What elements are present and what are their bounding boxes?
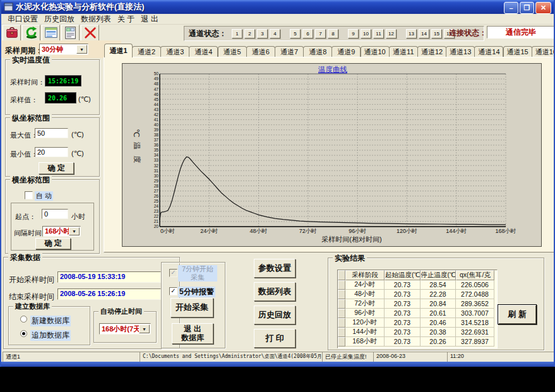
5min-alarm-checkbox[interactable]: ✓: [169, 287, 177, 295]
tab-通道6[interactable]: 通道6: [246, 46, 275, 57]
close-button[interactable]: ✕: [535, 2, 551, 14]
channel-button-14[interactable]: 14: [419, 29, 429, 39]
window-title: 水泥水化热实验与分析软件(直接法): [16, 1, 145, 13]
menu-item[interactable]: 串口设置: [8, 14, 38, 25]
7min-label-line2: 采集: [178, 273, 217, 282]
start-input[interactable]: [42, 209, 68, 219]
start-unit-label: 小时: [71, 212, 85, 222]
channel-button-9[interactable]: 9: [348, 29, 359, 39]
minimize-button[interactable]: –: [504, 2, 518, 14]
status-section: C:\Documents and Settings\Administrator\…: [140, 352, 326, 362]
tab-通道7[interactable]: 通道7: [275, 46, 304, 57]
chevron-down-icon[interactable]: ▼: [69, 227, 80, 235]
interval-dropdown[interactable]: 168小时 ▼: [42, 226, 81, 237]
tab-通道12[interactable]: 通道12: [417, 46, 446, 57]
tab-通道11[interactable]: 通道11: [389, 46, 418, 57]
channel-button-7[interactable]: 7: [315, 29, 326, 39]
tab-通道3[interactable]: 通道3: [160, 46, 189, 57]
append-db-label[interactable]: 追加数据库: [30, 330, 71, 341]
channel-button-3[interactable]: 3: [257, 29, 268, 39]
exit-database-button[interactable]: 退 出 数据库: [172, 323, 213, 344]
tab-通道16[interactable]: 通道16: [532, 46, 555, 57]
table-cell: 20.84: [421, 299, 456, 309]
max-value-input[interactable]: [35, 128, 68, 138]
menu-item[interactable]: 历史回放: [44, 14, 75, 25]
x-range-ok-button[interactable]: 确 定: [35, 238, 71, 249]
table-cell: 20.61: [421, 309, 456, 318]
autostop-dropdown[interactable]: 168小时(7天) ▼: [99, 323, 151, 335]
report-button[interactable]: [61, 25, 80, 41]
temperature-chart: 2021222324252627282930313233343536373839…: [122, 63, 542, 247]
start-collect-button[interactable]: 开始采集: [170, 298, 213, 318]
tab-通道14[interactable]: 通道14: [474, 46, 503, 57]
restore-button[interactable]: ❐: [520, 2, 534, 14]
channel-button-2[interactable]: 2: [244, 29, 255, 39]
new-db-radio[interactable]: [20, 316, 27, 323]
channel-button-4[interactable]: 4: [270, 29, 280, 39]
svg-text:25: 25: [154, 199, 159, 203]
5min-alarm-label[interactable]: 5分钟报警: [178, 287, 215, 297]
tab-通道1[interactable]: 通道1: [104, 44, 133, 57]
tab-通道8[interactable]: 通道8: [303, 46, 332, 57]
min-value-input[interactable]: [35, 147, 68, 157]
svg-text:温度曲线: 温度曲线: [318, 66, 348, 73]
exit-button[interactable]: [81, 25, 99, 41]
tab-通道13[interactable]: 通道13: [446, 46, 475, 57]
tab-通道2[interactable]: 通道2: [132, 46, 161, 57]
history-button[interactable]: 历史回放: [254, 306, 295, 324]
svg-text:34: 34: [154, 153, 159, 157]
7min-start-checkbox[interactable]: ✓: [169, 269, 177, 277]
auto-checkbox[interactable]: [25, 191, 33, 199]
channel-button-1[interactable]: 1: [232, 29, 242, 39]
channel-button-8[interactable]: 8: [328, 29, 338, 39]
group-title: 纵坐标范围: [10, 113, 52, 124]
table-cell: 272.0488: [456, 290, 494, 299]
sample-time-label: 采样时间：: [10, 78, 45, 87]
new-db-label[interactable]: 新建数据库: [30, 316, 71, 326]
menu-item[interactable]: 关 于: [117, 14, 134, 25]
acquisition-panel: ✓ 7分钟开始 采集 ✓ 5分钟报警 开始采集 退 出 数据库: [161, 262, 225, 348]
auto-checkbox-label[interactable]: 自 动: [35, 191, 53, 201]
tab-通道4[interactable]: 通道4: [189, 46, 218, 57]
append-db-radio[interactable]: [20, 330, 27, 337]
svg-text:30: 30: [154, 174, 159, 178]
start-time-label: 开始采样时间：: [9, 275, 62, 285]
group-title: 横坐标范围: [10, 175, 52, 186]
menu-item[interactable]: 数据列表: [81, 14, 111, 25]
channel-button-10[interactable]: 10: [361, 29, 371, 39]
table-cell: 48小时: [345, 290, 385, 299]
y-range-ok-button[interactable]: 确 定: [39, 162, 74, 174]
tab-通道10[interactable]: 通道10: [361, 46, 390, 57]
params-button[interactable]: 参数设置: [254, 259, 295, 278]
y-range-group: 纵坐标范围 最大值： (℃) 最小值： (℃) 确 定: [5, 117, 100, 177]
refresh-button[interactable]: 刷 新: [498, 304, 537, 324]
sample-time-display: 15:26:19: [45, 75, 81, 86]
print-button[interactable]: 打 印: [254, 329, 295, 348]
table-cell: 314.5218: [456, 318, 494, 328]
channel-button-13[interactable]: 13: [406, 29, 417, 39]
data-list-button[interactable]: [42, 25, 60, 41]
channel-button-5[interactable]: 5: [290, 29, 301, 39]
svg-text:49: 49: [154, 76, 159, 81]
status-bar: 通道1C:\Documents and Settings\Administrat…: [1, 351, 554, 362]
tab-通道9[interactable]: 通道9: [331, 46, 361, 57]
tab-通道5[interactable]: 通道5: [218, 46, 247, 57]
sample-value-display: 20.26: [45, 92, 76, 104]
toolbox-button[interactable]: [3, 25, 21, 41]
svg-text:36: 36: [154, 143, 159, 147]
sampling-period-dropdown[interactable]: 30分钟 ▼: [39, 44, 88, 55]
row-gutter: [338, 270, 345, 280]
tab-通道15[interactable]: 通道15: [503, 46, 532, 57]
history-playback-button[interactable]: [22, 25, 40, 41]
menu-item[interactable]: 退 出: [141, 14, 158, 25]
chevron-down-icon[interactable]: ▼: [76, 45, 87, 54]
channel-button-12[interactable]: 12: [386, 29, 397, 39]
channel-button-15[interactable]: 15: [431, 29, 442, 39]
chevron-down-icon[interactable]: ▼: [139, 324, 150, 333]
window-bottom-border: [1, 362, 554, 367]
channel-button-11[interactable]: 11: [373, 29, 384, 39]
menu-bar: 串口设置历史回放数据列表关 于退 出: [1, 14, 554, 25]
channel-button-6[interactable]: 6: [302, 29, 313, 39]
datalist-button[interactable]: 数据列表: [254, 282, 295, 301]
7min-start-label[interactable]: 7分钟开始 采集: [178, 265, 217, 282]
